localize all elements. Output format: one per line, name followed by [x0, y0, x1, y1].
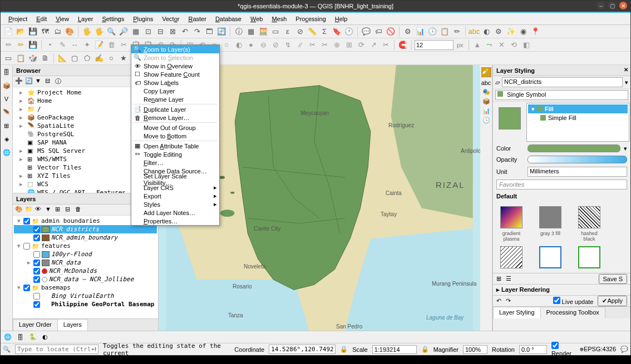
modify-attrs-icon[interactable]: 📝 — [93, 39, 105, 51]
reshape-icon[interactable]: ↯ — [282, 39, 293, 51]
label-icon[interactable]: abc — [469, 26, 480, 37]
unit-select[interactable]: Millimeters — [528, 167, 627, 177]
style-swatch[interactable]: hashed black — [575, 206, 603, 242]
stats-icon[interactable]: Σ — [319, 26, 330, 37]
apply-button[interactable]: ✔Apply — [598, 296, 627, 306]
delete-ring-icon[interactable]: ⊖ — [258, 39, 269, 51]
scale-lock-icon[interactable]: 🔒 — [421, 346, 429, 353]
color-picker[interactable] — [528, 144, 620, 152]
layer-row[interactable]: ▸NCR_data — [14, 258, 157, 267]
select-poly-icon[interactable]: ⬠ — [81, 53, 92, 64]
history-icon[interactable]: 🕓 — [427, 26, 438, 37]
context-menu-item[interactable]: Set Layer Scale Visibility… — [131, 175, 219, 183]
dropdown-chevron-icon[interactable]: ▾ — [625, 79, 628, 86]
layer-row[interactable]: ▾📁features — [14, 242, 157, 250]
form-select-icon[interactable]: 📋 — [15, 53, 26, 64]
snap-intersection-icon[interactable]: ✕ — [496, 39, 507, 51]
style-swatch[interactable] — [536, 246, 564, 268]
menu-raster[interactable]: Raster — [184, 14, 210, 23]
layer-row[interactable]: NCR_McDonalds — [14, 267, 157, 275]
refresh-icon[interactable]: 🔄 — [216, 26, 227, 37]
rotate-symbols-icon[interactable]: ⟳ — [356, 39, 367, 51]
styling-undo-icon[interactable]: ↶ — [496, 297, 501, 305]
temporal-icon[interactable]: 🕐 — [343, 26, 354, 37]
menu-layer[interactable]: Layer — [73, 14, 98, 23]
new-project-icon[interactable]: 📄 — [3, 26, 14, 37]
fill-ring-icon[interactable]: ● — [245, 39, 257, 51]
select-star-icon[interactable]: ★ — [118, 53, 129, 64]
status-network-icon[interactable]: ◐ — [42, 333, 48, 341]
symbol-simple-fill-row[interactable]: Simple Fill — [528, 113, 628, 122]
layer-row[interactable]: NCR_districts — [14, 225, 157, 233]
scale-input[interactable] — [372, 345, 417, 354]
zoom-last-icon[interactable]: ↶ — [179, 26, 190, 37]
add-feature-icon[interactable]: • — [45, 39, 56, 51]
layers-tree[interactable]: ▾📁admin boundariesNCR_districtsNCR_admin… — [13, 216, 158, 318]
cut-icon[interactable]: ✂ — [118, 39, 129, 51]
menu-vector[interactable]: Vector — [157, 14, 184, 23]
split-parts-icon[interactable]: ✂ — [319, 39, 330, 51]
menu-plugins[interactable]: Plugins — [129, 14, 157, 23]
style-swatch[interactable]: gradient plasma — [497, 206, 525, 242]
context-menu-item[interactable]: 📑Duplicate Layer — [131, 105, 219, 113]
layer-expand-icon[interactable]: ⊞ — [55, 206, 64, 215]
layout-manager-icon[interactable]: 🗂 — [52, 26, 63, 37]
layer-rendering-section[interactable]: ▸ Layer Rendering — [493, 284, 630, 295]
new-print-layout-icon[interactable]: 🗺 — [40, 26, 51, 37]
save-project-icon[interactable]: 💾 — [27, 26, 38, 37]
layer-row[interactable]: Bing VirtualEarth — [14, 292, 157, 300]
labels-tab-icon[interactable]: abc — [481, 79, 491, 86]
browser-refresh-icon[interactable]: 🔄 — [25, 77, 34, 86]
swatch-list-icon[interactable]: ☰ — [506, 275, 511, 282]
edit-in-place-icon[interactable]: ✏ — [451, 26, 462, 37]
select-features-icon[interactable]: ▭ — [270, 26, 281, 37]
layer-collapse-icon[interactable]: ⊟ — [65, 206, 74, 215]
style-swatch[interactable]: gray 3 fill — [536, 206, 564, 242]
pan-icon[interactable]: 🖐 — [81, 26, 92, 37]
self-snap-icon[interactable]: ⟲ — [509, 39, 520, 51]
zoom-selection-icon[interactable]: ⊟ — [155, 26, 166, 37]
context-menu-item[interactable]: Move to Bottom — [131, 132, 219, 140]
field-calc-icon[interactable]: 🧮 — [258, 26, 269, 37]
minimize-button[interactable]: – — [597, 2, 605, 9]
toggle-editing-icon[interactable]: ✏ — [15, 39, 26, 51]
favorites-search[interactable] — [496, 179, 627, 190]
attribute-table-icon[interactable]: ▦ — [245, 26, 257, 37]
context-menu-item[interactable]: 🗑Remove Layer… — [131, 113, 219, 122]
context-menu-item[interactable]: ✏Toggle Editing — [131, 150, 219, 158]
context-menu-item[interactable]: 👁Show in Overview — [131, 62, 219, 70]
live-update-checkbox[interactable]: Live update — [553, 297, 594, 305]
locator-icon[interactable]: 🔍 — [3, 346, 11, 353]
new-spatialite-icon[interactable]: 🪶 — [2, 107, 12, 117]
label-toggle-icon[interactable]: ◉ — [517, 26, 529, 37]
menu-processing[interactable]: Processing — [291, 14, 330, 23]
trace-icon[interactable]: ⤳ — [484, 39, 495, 51]
diagrams-tab-icon[interactable]: 📊 — [482, 107, 490, 114]
browser-filter-icon[interactable]: ▼ — [35, 77, 44, 86]
styling-layer-select[interactable]: NCR_districts — [502, 77, 623, 87]
symbol-mode-select[interactable]: Single Symbol — [495, 90, 628, 100]
tab-layers[interactable]: Layers — [57, 319, 88, 331]
masks-tab-icon[interactable]: 🎭 — [482, 88, 490, 96]
snap-tolerance-input[interactable] — [415, 40, 453, 50]
new-virtual-icon[interactable]: ◈ — [2, 134, 12, 144]
rotation-input[interactable] — [519, 345, 547, 354]
digitize-icon[interactable]: ✎ — [57, 39, 68, 51]
browser-collapse-icon[interactable]: ⊟ — [45, 77, 54, 86]
layer-row[interactable]: ▾📁basemaps — [14, 283, 157, 292]
render-checkbox[interactable]: Render — [551, 342, 575, 357]
tab-layer-order[interactable]: Layer Order — [13, 319, 58, 331]
new-shapefile-icon[interactable]: V — [2, 94, 12, 104]
select-rect-icon[interactable]: ▢ — [69, 53, 80, 64]
pan-selection-icon[interactable]: 🖐 — [93, 26, 105, 37]
menu-edit[interactable]: Edit — [32, 14, 51, 23]
tab-layer-styling[interactable]: Layer Styling — [493, 307, 541, 318]
symbol-fill-row[interactable]: ▾ Fill — [528, 104, 628, 113]
layer-row[interactable]: NCR_data — NCR_Jollibee — [14, 275, 157, 283]
magnifier-input[interactable] — [463, 345, 487, 354]
new-bookmark-icon[interactable]: 🔖 — [331, 26, 342, 37]
layer-row[interactable]: Philippine GeoPortal Basemap — [14, 300, 157, 308]
measure-icon[interactable]: 📏 — [307, 26, 318, 37]
3d-tab-icon[interactable]: 📦 — [482, 98, 490, 105]
styling-redo-icon[interactable]: ↷ — [506, 297, 511, 305]
